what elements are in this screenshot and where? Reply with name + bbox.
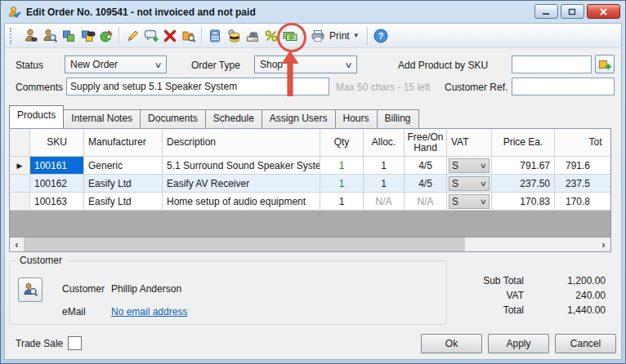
payments-icon[interactable]	[280, 26, 299, 46]
manufacturer-cell[interactable]: Easify Ltd	[84, 193, 163, 211]
title-bar[interactable]: Edit Order No. 109541 - not invoiced and…	[1, 1, 625, 23]
description-cell[interactable]: Home setup of audio equipment	[163, 193, 320, 211]
table-row[interactable]: 100163 Easify Ltd Home setup of audio eq…	[10, 193, 610, 211]
tab-assign-users[interactable]: Assign Users	[262, 109, 336, 128]
email-link[interactable]: No email address	[111, 306, 187, 317]
col-manufacturer[interactable]: Manufacturer	[84, 129, 163, 157]
free-on-hand-cell[interactable]: 4/5	[405, 157, 447, 175]
sku-cell[interactable]: 100162	[30, 175, 84, 193]
discount-icon[interactable]	[262, 26, 280, 46]
vat-cell[interactable]: S∨	[447, 157, 492, 175]
tab-hours[interactable]: Hours	[335, 109, 378, 128]
vat-select[interactable]: S∨	[449, 158, 490, 173]
col-free-on-hand[interactable]: Free/On Hand	[405, 129, 447, 157]
minimize-button[interactable]	[534, 4, 558, 19]
scrollbar-track[interactable]	[465, 237, 597, 251]
edit-icon[interactable]	[123, 26, 141, 46]
add-customer-icon[interactable]	[21, 26, 40, 46]
scroll-left-icon[interactable]: ‹	[10, 237, 24, 251]
col-alloc[interactable]: Alloc.	[364, 129, 405, 157]
vat-cell[interactable]: S∨	[447, 193, 492, 211]
total-cell[interactable]: 170.8	[555, 193, 611, 211]
comments-input[interactable]	[66, 78, 329, 95]
col-qty[interactable]: Qty	[320, 129, 364, 157]
chevron-down-icon: ∨	[344, 60, 352, 69]
status-label: Status	[16, 60, 43, 71]
sku-cell[interactable]: 100163	[30, 193, 84, 211]
find-order-icon[interactable]	[179, 26, 198, 46]
description-cell[interactable]: 5.1 Surround Sound Speaker System	[163, 157, 320, 175]
add-sku-button[interactable]	[595, 55, 615, 73]
scrollbar-thumb[interactable]	[24, 237, 465, 251]
customer-lookup-button[interactable]	[18, 277, 42, 302]
col-price-ea[interactable]: Price Ea.	[492, 129, 555, 157]
help-icon[interactable]: ?	[372, 26, 391, 46]
table-row[interactable]: ▶ 100161 Generic 5.1 Surround Sound Spea…	[10, 157, 610, 175]
apply-button[interactable]: Apply	[488, 334, 549, 353]
col-description[interactable]: Description	[163, 129, 320, 157]
maximize-button[interactable]	[561, 4, 584, 19]
subtotal-label: Sub Total	[449, 275, 524, 286]
row-selector-cell[interactable]: ▶	[10, 157, 30, 175]
total-cell[interactable]: 791.6	[555, 157, 611, 175]
row-selector-cell[interactable]	[10, 193, 30, 211]
find-customer-icon[interactable]	[40, 26, 59, 46]
col-total[interactable]: Tot	[555, 129, 611, 157]
description-cell[interactable]: Easify AV Receiver	[163, 175, 320, 193]
comments-hint: Max 50 chars - 15 left	[336, 82, 430, 93]
vat-value: S	[452, 178, 458, 189]
close-button[interactable]	[587, 4, 620, 19]
easify-mascot-icon[interactable]	[96, 26, 115, 46]
order-type-select[interactable]: Shop∨	[254, 55, 357, 73]
tab-billing[interactable]: Billing	[377, 109, 419, 128]
calculator-icon[interactable]	[205, 26, 224, 46]
status-select[interactable]: New Order∨	[65, 55, 167, 73]
order-totals: Sub Total 1,200.00 VAT 240.00 Total 1,44…	[449, 273, 606, 317]
ok-button[interactable]: Ok	[421, 334, 482, 353]
customer-ref-input[interactable]	[512, 78, 615, 95]
sku-cell[interactable]: 100161	[30, 157, 84, 175]
col-vat[interactable]: VAT	[447, 129, 492, 157]
total-cell[interactable]: 237.5	[555, 175, 611, 193]
tab-schedule[interactable]: Schedule	[205, 109, 262, 128]
delete-icon[interactable]	[160, 26, 179, 46]
vat-cell[interactable]: S∨	[447, 175, 492, 193]
find-product-icon[interactable]	[78, 26, 96, 46]
add-product-sku-input[interactable]	[512, 55, 592, 73]
row-selector-cell[interactable]	[10, 175, 30, 193]
till-icon[interactable]	[243, 26, 262, 46]
print-button[interactable]: Print ▼	[306, 26, 364, 46]
vat-select[interactable]: S∨	[449, 176, 490, 191]
add-product-icon[interactable]	[59, 26, 78, 46]
alloc-cell[interactable]: 1	[364, 157, 405, 175]
cancel-button[interactable]: Cancel	[555, 334, 616, 353]
scroll-right-icon[interactable]: ›	[597, 237, 610, 251]
price-cell[interactable]: 170.83	[492, 193, 555, 211]
tab-products[interactable]: Products	[9, 105, 64, 128]
comments-label: Comments	[16, 82, 63, 93]
manufacturer-cell[interactable]: Generic	[84, 157, 163, 175]
price-cell[interactable]: 791.67	[492, 157, 555, 175]
qty-cell[interactable]: 1	[320, 175, 364, 193]
qty-cell[interactable]: 1	[320, 157, 364, 175]
free-on-hand-cell[interactable]: N/A	[405, 193, 447, 211]
qty-cell[interactable]: 1	[320, 193, 364, 211]
vat-select[interactable]: S∨	[449, 194, 490, 209]
tab-documents[interactable]: Documents	[140, 109, 206, 128]
window-controls	[534, 4, 620, 19]
trade-sale-checkbox[interactable]	[68, 336, 82, 350]
price-cell[interactable]: 237.50	[492, 175, 555, 193]
toolbar-grip[interactable]	[10, 28, 18, 44]
coins-icon[interactable]	[224, 26, 243, 46]
add-comment-icon[interactable]	[141, 26, 160, 46]
horizontal-scrollbar[interactable]: ‹ ›	[10, 237, 610, 251]
col-sku[interactable]: SKU	[30, 129, 84, 157]
manufacturer-cell[interactable]: Easify Ltd	[84, 175, 163, 193]
alloc-cell[interactable]: N/A	[364, 193, 405, 211]
free-on-hand-cell[interactable]: 4/5	[405, 175, 447, 193]
table-row[interactable]: 100162 Easify Ltd Easify AV Receiver 1 1…	[10, 175, 610, 193]
tab-internal-notes[interactable]: Internal Notes	[63, 109, 141, 128]
vat-value: 240.00	[524, 290, 606, 301]
alloc-cell[interactable]: 1	[364, 175, 405, 193]
customer-field-label: Customer	[62, 283, 105, 295]
